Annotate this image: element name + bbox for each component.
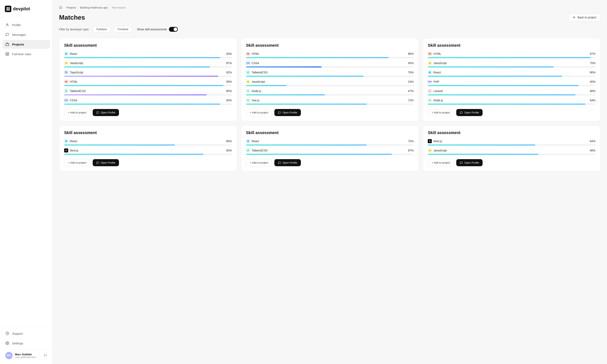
card-title-1: Skill assessment: [246, 43, 414, 48]
skill-item-0-2: TS TypeScript 92%: [64, 70, 232, 77]
add-to-project-button-5[interactable]: + Add to project: [428, 159, 454, 167]
skill-item-1-4: N Node.js 47%: [246, 89, 414, 95]
open-profile-button-5[interactable]: Open Profile: [456, 159, 483, 166]
skill-bar-bg-2-2: [428, 76, 595, 77]
logout-button[interactable]: [44, 353, 47, 358]
skill-name-2-1: JavaScript: [433, 62, 447, 65]
ts-icon: TS: [64, 70, 68, 74]
gear-icon: [5, 341, 9, 345]
skill-pct-0-2: 92%: [226, 71, 232, 74]
svg-rect-2: [6, 9, 8, 11]
skill-name-1-4: Node.js: [252, 89, 261, 93]
back-to-project-button[interactable]: Back to project: [568, 13, 601, 21]
open-profile-button-2[interactable]: Open Profile: [456, 109, 483, 116]
skill-bar-fill-0-0: [64, 57, 220, 58]
skill-bar-fill-0-5: [64, 104, 220, 105]
html-icon: H5: [428, 52, 432, 56]
open-profile-button-3[interactable]: Open Profile: [93, 159, 119, 166]
skill-pct-2-2: 80%: [590, 71, 595, 74]
card-title-4: Skill assessment: [246, 130, 414, 135]
tailwind-icon: [246, 148, 250, 153]
skill-bar-fill-1-1: [246, 66, 321, 67]
svg-rect-1: [8, 7, 10, 9]
skill-pct-5-0: 64%: [590, 140, 595, 143]
filter-tag-frontend[interactable]: Frontend: [114, 26, 132, 32]
svg-point-4: [7, 24, 8, 25]
js-icon: JS: [428, 148, 432, 153]
sidebar: devpilot Profile Messages: [0, 0, 53, 364]
show-assessments-toggle[interactable]: [169, 27, 178, 32]
skill-pct-1-1: 45%: [408, 62, 414, 65]
skill-bar-fill-2-4: [428, 94, 575, 95]
skill-name-2-4: Laravel: [433, 89, 443, 93]
skill-pct-1-2: 70%: [408, 71, 414, 74]
skill-pct-2-3: 90%: [590, 80, 595, 83]
open-profile-button-0[interactable]: Open Profile: [93, 109, 119, 116]
breadcrumb-projects[interactable]: Projects: [66, 6, 76, 9]
skill-bar-fill-1-0: [246, 57, 388, 58]
page-title: Matches: [59, 14, 85, 21]
html-icon: H5: [64, 80, 68, 84]
skill-item-1-0: H5 HTML 85%: [246, 52, 414, 58]
svg-point-16: [430, 72, 430, 73]
breadcrumb-sep-3: ›: [109, 6, 110, 9]
profile-icon-5: [460, 161, 463, 164]
cards-grid: Skill assessment React 93%: [59, 38, 601, 171]
skill-pct-0-3: 95%: [226, 80, 232, 83]
skill-name-5-0: Next.js: [433, 140, 442, 143]
card-title-5: Skill assessment: [428, 130, 595, 135]
skill-bar-fill-5-1: [428, 154, 538, 155]
sidebar-item-fulltime[interactable]: Full-time roles: [2, 50, 50, 58]
skill-item-1-5: V Vue.js 72%: [246, 98, 414, 105]
skill-item-2-0: H5 HTML 97%: [428, 52, 595, 58]
skill-name-5-1: JavaScript: [433, 149, 447, 152]
skill-name-0-4: TailwindCSS: [70, 89, 86, 93]
skill-bar-fill-5-0: [428, 144, 535, 146]
skill-bar-fill-3-1: [64, 154, 203, 155]
sidebar-item-settings[interactable]: Settings: [2, 339, 50, 348]
card-actions-2: + Add to project Open Profile: [428, 109, 595, 116]
skill-name-0-1: JavaScript: [70, 62, 83, 65]
skill-name-1-5: Vue.js: [252, 99, 259, 102]
sidebar-item-profile[interactable]: Profile: [2, 20, 50, 29]
open-profile-button-4[interactable]: Open Profile: [274, 159, 301, 166]
skill-pct-0-1: 87%: [226, 62, 232, 65]
skill-name-0-5: CSS4: [70, 99, 77, 102]
breadcrumb-sep-1: ›: [64, 6, 65, 9]
skill-pct-2-4: 88%: [590, 89, 595, 93]
skill-bar-bg-5-0: [428, 144, 595, 146]
skill-name-3-1: Next.js: [70, 149, 79, 152]
open-profile-button-1[interactable]: Open Profile: [274, 109, 301, 116]
node-icon: N: [428, 98, 432, 102]
skill-item-2-2: React 80%: [428, 70, 595, 77]
skill-name-4-1: TailwindCSS: [252, 149, 268, 152]
sidebar-item-fulltime-label: Full-time roles: [12, 52, 31, 56]
react-icon: [246, 139, 250, 143]
breadcrumb-project[interactable]: Building healthcare app: [80, 6, 108, 9]
skill-item-5-0: N Next.js 64%: [428, 139, 595, 146]
chat-icon: [5, 33, 9, 37]
node-icon: N: [246, 89, 250, 93]
sidebar-item-support-label: Support: [12, 332, 23, 335]
breadcrumb-sep-2: ›: [78, 6, 78, 9]
skill-bar-fill-1-5: [246, 104, 367, 105]
add-to-project-button-3[interactable]: + Add to project: [64, 159, 90, 167]
php-icon: PHP: [428, 80, 432, 84]
skill-bar-bg-0-3: [64, 85, 232, 86]
skill-list-1: H5 HTML 85% CSS CSS4 45%: [246, 52, 414, 105]
skill-bar-fill-2-3: [428, 85, 579, 86]
sidebar-item-support[interactable]: Support: [2, 329, 50, 338]
add-to-project-button-1[interactable]: + Add to project: [246, 109, 272, 116]
filter-tag-fullstack[interactable]: Fullstack: [92, 26, 110, 32]
home-icon[interactable]: [59, 6, 62, 10]
skill-bar-fill-4-1: [246, 154, 392, 155]
add-to-project-button-2[interactable]: + Add to project: [428, 109, 454, 116]
add-to-project-button-0[interactable]: + Add to project: [64, 109, 90, 116]
profile-icon-2: [460, 111, 463, 114]
sidebar-item-messages[interactable]: Messages: [2, 30, 50, 39]
skill-pct-2-1: 75%: [590, 62, 595, 65]
add-to-project-button-4[interactable]: + Add to project: [246, 159, 272, 167]
sidebar-item-projects[interactable]: Projects: [2, 40, 50, 49]
sidebar-bottom: Support Settings MG Marc Gottlieb marc.g…: [0, 326, 53, 364]
skill-name-0-3: HTML: [70, 80, 78, 83]
